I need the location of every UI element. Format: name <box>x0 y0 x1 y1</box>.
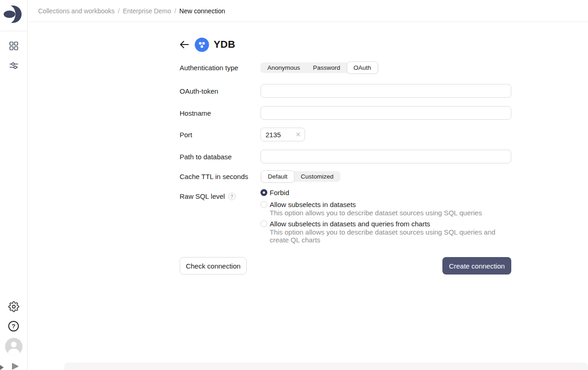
cache-ttl-row: Cache TTL in seconds Default Customized <box>180 170 340 183</box>
back-arrow-icon[interactable] <box>178 39 190 50</box>
breadcrumb-current: New connection <box>179 7 225 15</box>
cache-ttl-option-default[interactable]: Default <box>261 170 294 183</box>
auth-type-option-anonymous[interactable]: Anonymous <box>261 62 306 73</box>
auth-type-row: Authentication type Anonymous Password O… <box>180 62 379 74</box>
app-window: ? Collections and workbooks / Enterprise… <box>0 0 588 370</box>
raw-sql-label: Raw SQL level <box>180 192 225 200</box>
datalens-logo-icon[interactable] <box>4 5 22 23</box>
port-row: Port ✕ <box>180 128 305 141</box>
hostname-input[interactable] <box>260 106 511 120</box>
check-connection-button[interactable]: Check connection <box>180 257 247 275</box>
radio-unselected-icon[interactable] <box>260 201 267 208</box>
raw-sql-label-wrap: Raw SQL level ? <box>180 192 260 200</box>
settings-sliders-icon[interactable] <box>8 60 19 71</box>
breadcrumb-separator: / <box>118 7 120 15</box>
bottom-overlay-strip <box>64 363 588 370</box>
avatar[interactable] <box>5 338 23 355</box>
cache-ttl-option-customized[interactable]: Customized <box>294 171 340 182</box>
auth-type-option-oauth[interactable]: OAuth <box>347 62 378 74</box>
page-header: Collections and workbooks / Enterprise D… <box>28 0 588 22</box>
sidebar: ? <box>0 0 28 370</box>
radio-title: Forbid <box>270 189 289 196</box>
radio-description: This option allows you to describe datas… <box>270 209 512 217</box>
page-title: YDB <box>214 39 235 50</box>
sidebar-divider <box>0 31 28 31</box>
connection-title-block: YDB <box>178 35 235 54</box>
radio-title: Allow subselects in datasets <box>270 201 356 208</box>
path-row: Path to database <box>180 150 511 163</box>
breadcrumb-collections[interactable]: Collections and workbooks <box>38 7 115 15</box>
auth-type-option-password[interactable]: Password <box>306 62 346 73</box>
raw-sql-option-forbid[interactable]: Forbid <box>260 189 512 196</box>
auth-type-label: Authentication type <box>180 64 260 72</box>
breadcrumb-separator: / <box>174 7 176 15</box>
oauth-token-input[interactable] <box>260 84 511 98</box>
raw-sql-help-icon[interactable]: ? <box>228 193 236 200</box>
port-label: Port <box>180 131 260 139</box>
create-connection-button[interactable]: Create connection <box>442 257 511 275</box>
raw-sql-row: Raw SQL level ? <box>180 192 260 200</box>
path-input[interactable] <box>260 150 511 163</box>
settings-gear-icon[interactable] <box>8 301 19 312</box>
clear-port-icon[interactable]: ✕ <box>294 130 302 139</box>
oauth-token-row: OAuth-token <box>180 84 511 98</box>
raw-sql-option-subselects-charts[interactable]: Allow subselects in datasets and queries… <box>260 220 512 244</box>
hostname-row: Hostname <box>180 106 511 120</box>
hostname-label: Hostname <box>180 109 260 117</box>
cache-ttl-label: Cache TTL in seconds <box>180 173 260 180</box>
ydb-logo-icon <box>195 38 209 52</box>
radio-selected-icon[interactable] <box>260 189 267 196</box>
radio-unselected-icon[interactable] <box>260 220 267 227</box>
breadcrumb: Collections and workbooks / Enterprise D… <box>38 0 225 22</box>
breadcrumb-workbook[interactable]: Enterprise Demo <box>123 7 171 15</box>
collections-grid-icon[interactable] <box>8 40 19 51</box>
cache-ttl-segmented-control: Default Customized <box>260 171 340 182</box>
edge-cursor-mark <box>0 365 5 370</box>
path-label: Path to database <box>180 153 260 161</box>
radio-description: This option allows you to describe datas… <box>270 228 512 244</box>
oauth-token-label: OAuth-token <box>180 87 260 95</box>
help-icon[interactable]: ? <box>8 321 19 331</box>
play-icon[interactable] <box>11 363 19 370</box>
raw-sql-option-subselects[interactable]: Allow subselects in datasets This option… <box>260 201 512 217</box>
port-input-wrap: ✕ <box>260 128 305 141</box>
auth-type-segmented-control: Anonymous Password OAuth <box>260 62 379 73</box>
radio-title: Allow subselects in datasets and queries… <box>270 220 430 228</box>
